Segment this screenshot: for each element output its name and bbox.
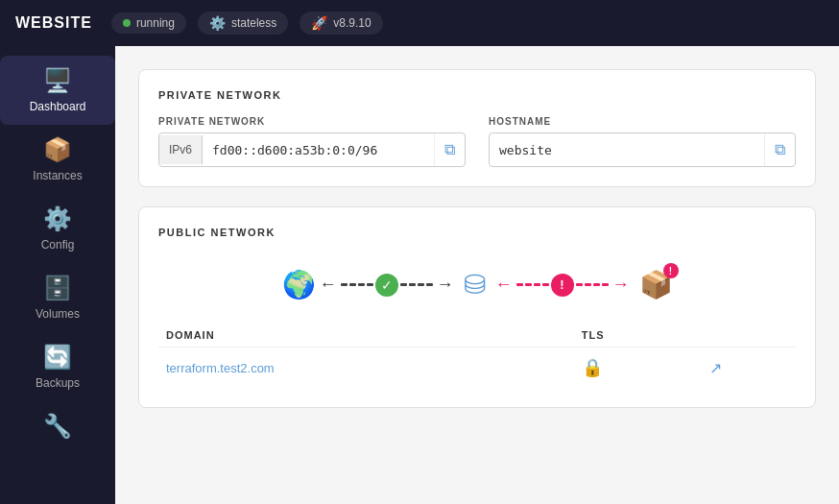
sidebar-label-instances: Instances bbox=[33, 169, 82, 182]
sidebar-label-backups: Backups bbox=[36, 376, 80, 390]
mid-dashed-line bbox=[400, 283, 433, 286]
volumes-icon: 🗄️ bbox=[43, 275, 72, 301]
sidebar-item-volumes[interactable]: 🗄️ Volumes bbox=[0, 263, 115, 332]
domain-col-header: Domain bbox=[158, 324, 574, 348]
sidebar-item-tools[interactable]: 🔧 bbox=[0, 401, 115, 451]
config-icon: ⚙️ bbox=[43, 205, 72, 232]
left-dashed-line bbox=[341, 283, 373, 286]
hostname-field: HOSTNAME website ⧉ bbox=[489, 116, 796, 167]
arrow-left-icon: ← bbox=[320, 275, 337, 295]
external-link-icon[interactable]: ↗ bbox=[709, 360, 722, 376]
domain-link[interactable]: terraform.test2.com bbox=[166, 361, 275, 375]
private-network-label: PRIVATE NETWORK bbox=[158, 116, 466, 127]
error-indicator: ! bbox=[551, 274, 574, 297]
app-title: WEBSITE bbox=[15, 14, 92, 32]
pink-right-dashed bbox=[576, 283, 609, 286]
sidebar-label-volumes: Volumes bbox=[36, 307, 80, 321]
ipv6-value: fd00::d600:a53b:0:0/96 bbox=[203, 135, 434, 165]
warning-badge: ! bbox=[663, 263, 679, 278]
instances-icon: 📦 bbox=[43, 136, 72, 163]
domain-cell: terraform.test2.com bbox=[158, 348, 574, 389]
running-badge: running bbox=[111, 12, 186, 34]
globe-icon: 🌍 bbox=[282, 269, 316, 300]
arrow-right-pink-icon: → bbox=[612, 275, 630, 295]
public-network-title: PUBLIC NETWORK bbox=[158, 227, 796, 238]
warning-server-container: 📦 ! bbox=[639, 269, 673, 300]
sidebar-item-instances[interactable]: 📦 Instances bbox=[0, 125, 115, 194]
sidebar-label-config: Config bbox=[41, 238, 75, 252]
version-badge: 🚀 v8.9.10 bbox=[300, 12, 382, 35]
copy-hostname-button[interactable]: ⧉ bbox=[764, 133, 795, 166]
tls-col-header: TLS bbox=[574, 324, 703, 348]
sidebar-label-dashboard: Dashboard bbox=[30, 100, 86, 113]
backups-icon: 🔄 bbox=[43, 344, 72, 371]
public-network-section: PUBLIC NETWORK 🌍 ← ✓ bbox=[138, 206, 816, 408]
sidebar-item-config[interactable]: ⚙️ Config bbox=[0, 194, 115, 263]
domain-table: Domain TLS terraform.test2.com 🔒 bbox=[158, 324, 796, 388]
ipv6-prefix: IPv6 bbox=[159, 135, 203, 164]
running-dot bbox=[123, 19, 131, 27]
rocket-icon: 🚀 bbox=[311, 15, 327, 31]
private-network-input: IPv6 fd00::d600:a53b:0:0/96 ⧉ bbox=[158, 132, 466, 167]
sidebar-item-backups[interactable]: 🔄 Backups bbox=[0, 332, 115, 401]
success-indicator: ✓ bbox=[375, 274, 398, 297]
copy-ipv6-button[interactable]: ⧉ bbox=[434, 133, 465, 166]
arrow-left-pink-icon: ← bbox=[495, 275, 513, 295]
dashboard-icon: 🖥️ bbox=[43, 67, 72, 94]
private-network-title: PRIVATE NETWORK bbox=[158, 89, 796, 101]
network-fields: PRIVATE NETWORK IPv6 fd00::d600:a53b:0:0… bbox=[158, 116, 796, 167]
tools-icon: 🔧 bbox=[43, 413, 72, 440]
private-network-field: PRIVATE NETWORK IPv6 fd00::d600:a53b:0:0… bbox=[158, 116, 466, 167]
network-diagram: 🌍 ← ✓ bbox=[158, 253, 796, 324]
table-row: terraform.test2.com 🔒 ↗ bbox=[158, 348, 796, 389]
stateless-badge: ⚙️ stateless bbox=[198, 12, 288, 35]
stateless-icon: ⚙️ bbox=[209, 15, 226, 31]
hostname-input: website ⧉ bbox=[489, 132, 796, 167]
running-label: running bbox=[136, 16, 175, 30]
lock-icon: 🔒 bbox=[582, 358, 603, 377]
sidebar-item-dashboard[interactable]: 🖥️ Dashboard bbox=[0, 56, 115, 125]
sidebar: 🖥️ Dashboard 📦 Instances ⚙️ Config 🗄️ Vo… bbox=[0, 46, 115, 504]
version-label: v8.9.10 bbox=[333, 16, 371, 30]
network-switch-icon: ⛁ bbox=[464, 269, 486, 300]
arrow-right-icon: → bbox=[437, 275, 454, 295]
stateless-label: stateless bbox=[231, 16, 276, 30]
hostname-value: website bbox=[490, 135, 764, 165]
hostname-label: HOSTNAME bbox=[489, 116, 796, 127]
actions-col-header bbox=[702, 324, 796, 348]
private-network-section: PRIVATE NETWORK PRIVATE NETWORK IPv6 fd0… bbox=[138, 69, 816, 187]
main-layout: 🖥️ Dashboard 📦 Instances ⚙️ Config 🗄️ Vo… bbox=[0, 46, 839, 504]
tls-cell: 🔒 bbox=[574, 348, 703, 389]
topbar: WEBSITE running ⚙️ stateless 🚀 v8.9.10 bbox=[0, 0, 839, 46]
external-link-cell: ↗ bbox=[702, 348, 796, 389]
content-area: PRIVATE NETWORK PRIVATE NETWORK IPv6 fd0… bbox=[115, 46, 839, 504]
pink-left-dashed bbox=[516, 283, 549, 286]
